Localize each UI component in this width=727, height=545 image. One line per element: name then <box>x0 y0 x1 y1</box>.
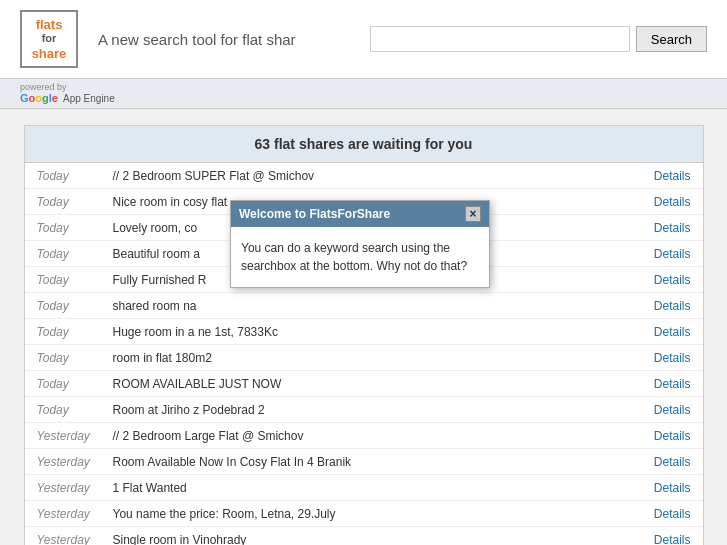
modal-overlay: Welcome to FlatsForShare × You can do a … <box>0 0 727 545</box>
modal-box: Welcome to FlatsForShare × You can do a … <box>230 200 490 288</box>
modal-titlebar: Welcome to FlatsForShare × <box>231 201 489 227</box>
modal-title: Welcome to FlatsForShare <box>239 207 390 221</box>
main-content: 63 flat shares are waiting for you Today… <box>0 109 727 545</box>
modal-body: You can do a keyword search using the se… <box>231 227 489 287</box>
modal-close-button[interactable]: × <box>465 206 481 222</box>
